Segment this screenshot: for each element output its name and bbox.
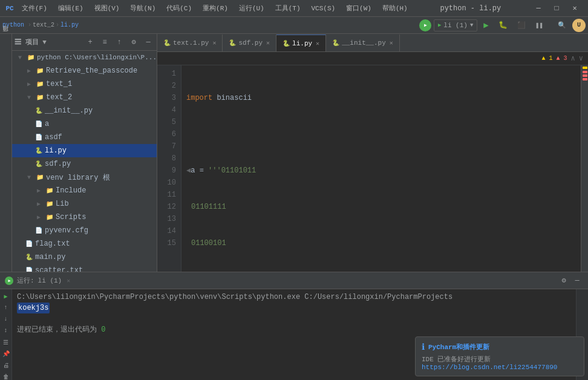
menu-code[interactable]: 代码(C) (163, 2, 195, 14)
run-pin-btn[interactable]: 📌 (1, 349, 11, 358)
tree-item-scatter[interactable]: 📄 scatter.txt (12, 264, 157, 272)
main-area: 项目 ☰ 项目 ▼ + ≡ ↑ ⚙ — ▼ 📁 python C:\Users\… (0, 34, 588, 380)
menu-file[interactable]: 文件(F) (18, 2, 51, 14)
line-num-11: 11 (157, 189, 176, 201)
folder-icon-retrieve: 📁 (35, 66, 45, 76)
warning-count[interactable]: ▲ 1 (542, 55, 553, 62)
code-area: 1 2 3 4 5 6 7 8 9 10 11 12 13 14 (157, 65, 581, 272)
tree-item-lipy[interactable]: 🐍 li.py (12, 144, 157, 157)
search-button[interactable]: 🔍 (554, 19, 570, 32)
warnings-expand-btn[interactable]: ∧ (571, 54, 575, 63)
menu-edit[interactable]: 编辑(E) (54, 2, 87, 14)
tree-item-scripts[interactable]: ▶ 📁 Scripts (12, 211, 157, 224)
tab-sdfpy[interactable]: 🐍 sdf.py ✕ (223, 34, 276, 51)
debug-button[interactable]: 🐛 (495, 19, 511, 32)
tab-close-lipy[interactable]: ✕ (316, 40, 319, 47)
notification-link[interactable]: https://blog.csdn.net/li2254477890 (422, 364, 557, 371)
stop-button[interactable]: ⬛ (514, 19, 529, 32)
folder-icon-python: 📁 (26, 53, 36, 62)
run-button[interactable]: ▶ (419, 19, 431, 31)
tree-item-text1[interactable]: ▶ 📁 text_1 (12, 77, 157, 91)
expand-arrow-python: ▼ (15, 53, 25, 62)
tree-item-python[interactable]: ▼ 📁 python C:\Users\lilongxin\P... (12, 51, 157, 64)
run-wrap-btn[interactable]: ↕ (1, 326, 11, 335)
tree-item-asdf[interactable]: 📄 asdf (12, 131, 157, 144)
terminal-highlight-output: koekj3s (17, 303, 50, 313)
breadcrumb-lipy[interactable]: li.py (60, 22, 79, 28)
sidebar-up-btn[interactable]: ↑ (113, 36, 125, 48)
sidebar-list-btn[interactable]: ≡ (99, 36, 111, 48)
run-down-btn[interactable]: ↓ (1, 315, 11, 324)
tab-close-text1py[interactable]: ✕ (212, 39, 216, 47)
error-marker-1 (583, 71, 587, 73)
menu-tools[interactable]: 工具(T) (272, 2, 304, 14)
tree-item-retrieve[interactable]: ▶ 📁 Retrieve_the_passcode (12, 64, 157, 77)
run-trash-btn[interactable]: 🗑 (1, 372, 11, 380)
breadcrumb-python[interactable]: python (2, 22, 24, 28)
menu-refactor[interactable]: 重构(R) (199, 2, 232, 14)
sidebar-toolbar: ☰ 项目 ▼ + ≡ ↑ ⚙ — (12, 34, 157, 51)
tree-item-sdfpy[interactable]: 🐍 sdf.py (12, 157, 157, 171)
py-icon-init: 🐍 (34, 106, 44, 116)
run-print-btn[interactable]: 🖨 (1, 361, 11, 370)
user-avatar[interactable]: U (572, 19, 586, 32)
line-num-9: 9 (157, 165, 176, 177)
expand-arrow-include: ▶ (34, 186, 44, 195)
bottom-run-config[interactable]: li (1) (38, 277, 62, 284)
tree-item-include[interactable]: ▶ 📁 Include (12, 184, 157, 197)
run-filter-btn[interactable]: ☰ (1, 338, 11, 347)
notification-title: PyCharm和插件更新 (428, 342, 489, 352)
breadcrumb-text2[interactable]: text_2 (33, 22, 54, 28)
line-num-12: 12 (157, 201, 176, 213)
execute-run-button[interactable]: ▶ (480, 19, 492, 32)
line-num-5: 5 (157, 116, 176, 128)
minimize-button[interactable]: — (530, 2, 547, 15)
run-up-btn[interactable]: ↑ (1, 303, 11, 312)
warning-marker (583, 67, 587, 69)
bottom-run-close[interactable]: ✕ (67, 277, 70, 284)
bottom-controls: ⚙ — (558, 275, 583, 287)
bottom-minus-btn[interactable]: — (571, 275, 583, 287)
menu-window[interactable]: 窗口(W) (342, 2, 375, 14)
tree-item-init[interactable]: 🐍 __init__.py (12, 104, 157, 117)
maximize-button[interactable]: □ (548, 2, 565, 15)
sidebar-close-btn[interactable]: — (142, 36, 154, 48)
tree-item-lib[interactable]: ▶ 📁 Lib (12, 197, 157, 211)
close-button[interactable]: ✕ (566, 2, 583, 15)
bottom-gear-btn[interactable]: ⚙ (558, 275, 570, 287)
tab-lipy[interactable]: 🐍 li.py ✕ (276, 34, 326, 51)
tree-item-mainpy[interactable]: 🐍 main.py (12, 251, 157, 264)
notification-header: ℹ PyCharm和插件更新 (422, 342, 578, 352)
menu-help[interactable]: 帮助(H) (379, 2, 411, 14)
tree-item-venv[interactable]: ▼ 📁 venv library 根 (12, 171, 157, 184)
menu-run[interactable]: 运行(U) (235, 2, 268, 14)
tab-close-sdfpy[interactable]: ✕ (266, 39, 270, 47)
menu-view[interactable]: 视图(V) (91, 2, 123, 14)
tab-initpy[interactable]: 🐍 __init__.py ✕ (326, 34, 400, 51)
error-count[interactable]: ▲ 3 (557, 55, 567, 62)
tree-item-flagtxt[interactable]: 📄 flag.txt (12, 237, 157, 251)
tab-text1py[interactable]: 🐍 text.1.py ✕ (157, 34, 223, 51)
tree-item-pyvenv[interactable]: 📄 pyvenv.cfg (12, 224, 157, 237)
bottom-run-icon (5, 277, 13, 285)
run-play-btn[interactable]: ▶ (1, 292, 11, 301)
run-config-dropdown[interactable]: ▶ li (1) ▼ (434, 19, 477, 31)
tree-label-scripts: Scripts (56, 213, 86, 221)
line-num-15: 15 (157, 237, 176, 249)
file-icon-asdf: 📄 (34, 133, 44, 142)
menu-vcs[interactable]: VCS(S) (308, 4, 339, 13)
tree-label-flagtxt: flag.txt (35, 240, 70, 248)
tree-label-text2: text_2 (46, 93, 72, 102)
bottom-run-label: 运行: (17, 276, 34, 285)
pause-button[interactable]: ❚❚ (532, 19, 547, 32)
window-controls: — □ ✕ (530, 2, 583, 15)
warnings-collapse-btn[interactable]: ∨ (579, 54, 583, 63)
code-content[interactable]: import binascii ◀a = '''01101011 0110111… (181, 65, 581, 272)
folder-icon-text1: 📁 (35, 79, 45, 89)
sidebar-gear-btn[interactable]: ⚙ (128, 36, 140, 48)
tab-close-initpy[interactable]: ✕ (390, 39, 393, 47)
tree-item-a[interactable]: 📄 a (12, 117, 157, 131)
tree-item-text2[interactable]: ▼ 📁 text_2 (12, 91, 157, 104)
menu-navigate[interactable]: 导航(N) (126, 2, 159, 14)
sidebar-add-btn[interactable]: + (84, 36, 96, 48)
